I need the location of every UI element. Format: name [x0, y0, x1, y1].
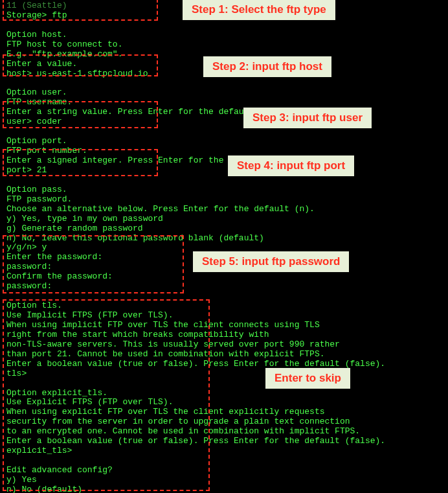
annotation-label-step4: Step 4: input ftp port [228, 155, 354, 176]
terminal-line: FTP port number. [6, 146, 442, 156]
terminal-line: When using explicit FTP over TLS the cli… [6, 407, 442, 417]
annotation-label-enter-skip: Enter to skip [265, 368, 350, 389]
terminal-line: Option user. [6, 88, 442, 98]
terminal-line [6, 79, 442, 89]
terminal-line: Enter a boolean value (true or false). P… [6, 437, 442, 446]
terminal-line: g) Generate random password [6, 224, 442, 234]
terminal-line [6, 379, 442, 389]
terminal-line: password: [6, 282, 442, 292]
terminal-line: FTP username. [6, 98, 442, 108]
terminal-line [6, 456, 442, 466]
terminal-line [6, 21, 442, 30]
terminal-line: When using implicit FTP over TLS the cli… [6, 321, 442, 330]
terminal-line [6, 127, 442, 137]
terminal-line: n) No, leave this optional password blan… [6, 234, 442, 244]
terminal-line: than port 21. Cannot be used in combinat… [6, 350, 442, 360]
terminal-line: tls> [6, 369, 442, 379]
terminal-line [6, 292, 442, 301]
terminal-line [6, 176, 442, 185]
terminal-line: FTP password. [6, 195, 442, 205]
terminal-line: Enter a string value. Press Enter for th… [6, 108, 442, 117]
terminal-line: y) Yes [6, 476, 442, 485]
terminal-line: Use Implicit FTPS (FTP over TLS). [6, 311, 442, 321]
terminal-line: Option host. [6, 30, 442, 40]
annotation-label-step1: Step 1: Select the ftp type [183, 0, 335, 20]
terminal-line: n) No (default) [6, 485, 442, 493]
terminal-line: explicit_tls> [6, 446, 442, 456]
terminal-line: y) Yes, type in my own password [6, 214, 442, 224]
terminal-line: Edit advanced config? [6, 466, 442, 476]
terminal-line: Enter a boolean value (true or false). P… [6, 360, 442, 369]
terminal-line: to an encrypted one. Cannot be used in c… [6, 427, 442, 437]
terminal-line: Use Explicit FTPS (FTP over TLS). [6, 398, 442, 407]
terminal-line: non-TLS-aware servers. This is usually s… [6, 340, 442, 350]
terminal-line: Option explicit_tls. [6, 389, 442, 398]
annotation-label-step3: Step 3: input ftp user [243, 108, 372, 128]
terminal-line: Enter a signed integer. Press Enter for … [6, 156, 442, 166]
terminal-line: Confirm the password: [6, 272, 442, 282]
annotation-label-step2: Step 2: input ftp host [203, 56, 331, 77]
terminal-line: user> coder [6, 117, 442, 127]
annotation-label-step5: Step 5: input ftp password [193, 251, 349, 272]
terminal-line: Option port. [6, 137, 442, 146]
terminal-line: right from the start which breaks compat… [6, 330, 442, 340]
terminal-line: port> 21 [6, 166, 442, 176]
terminal-line: Option pass. [6, 185, 442, 195]
terminal-line: security from the server in order to upg… [6, 417, 442, 427]
terminal-line: Choose an alternative below. Press Enter… [6, 205, 442, 214]
terminal-line: Option tls. [6, 301, 442, 311]
terminal-line: FTP host to connect to. [6, 40, 442, 50]
